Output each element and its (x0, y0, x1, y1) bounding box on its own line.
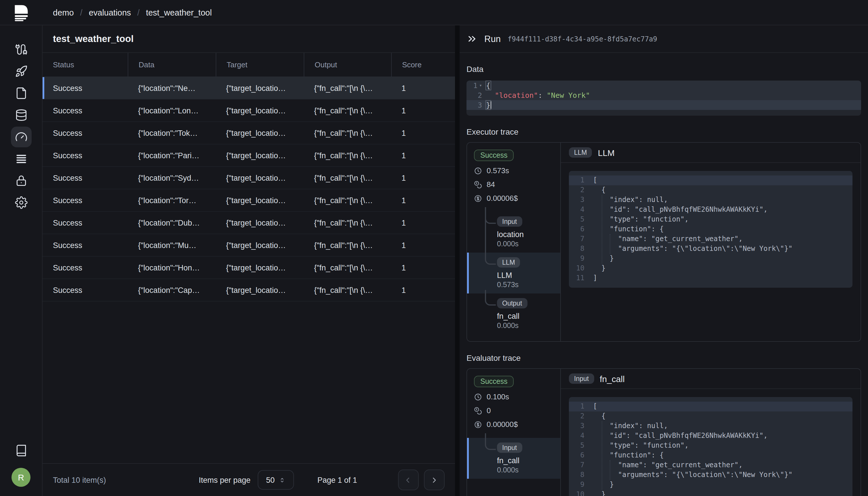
trace-node-list: Input fn_call 0.000s (467, 438, 560, 479)
code-line: 10 } (569, 264, 852, 273)
sidebar-item-evaluations[interactable] (11, 127, 31, 147)
json-value: "New York" (547, 91, 590, 99)
trace-node[interactable]: Input location 0.000s (467, 212, 560, 253)
code-line: 5 "type": "function", (569, 441, 852, 451)
table-row[interactable]: Success {"location":"Cap… {"target_locat… (43, 279, 455, 301)
cell-data: {"location":"Syd… (128, 173, 216, 182)
table-row[interactable]: Success {"location":"Mu… {"target_locati… (43, 234, 455, 257)
trace-node[interactable]: Output fn_call 0.000s (467, 293, 560, 334)
next-page-button[interactable] (424, 469, 445, 490)
trace-node-name: location (497, 230, 553, 239)
database-icon (15, 109, 27, 121)
run-panel-content: Data 1▾ { 2 "location": "New York" 3 } (460, 53, 868, 496)
sidebar-item-launch[interactable] (11, 61, 31, 82)
line-number: 2 (467, 91, 486, 99)
book-icon (15, 444, 27, 457)
detail-type-chip: LLM (569, 147, 592, 158)
line-number: 8 (569, 244, 588, 254)
line-number: 10 (569, 264, 588, 273)
line-number: 9 (569, 480, 588, 490)
code-line: 8 "arguments": "{\"location\":\"New York… (569, 244, 852, 254)
cell-status: Success (43, 173, 128, 182)
table-header: Status Data Target Output Score (43, 53, 455, 77)
gear-icon (15, 196, 27, 209)
panel-seam (455, 25, 460, 496)
app-logo[interactable] (0, 4, 43, 21)
table-row[interactable]: Success {"location":"Syd… {"target_locat… (43, 167, 455, 189)
page-size-select[interactable]: 50 (257, 470, 294, 490)
breadcrumb-section[interactable]: evaluations (89, 8, 131, 17)
sidebar-item-documents[interactable] (11, 83, 31, 104)
trace-node-time: 0.000s (497, 466, 553, 474)
cell-target: {"target_locatio… (216, 286, 304, 294)
cell-output: {"fn_call":"[\n {\… (304, 173, 391, 182)
line-number: 7 (569, 234, 588, 244)
cell-data: {"location":"Hon… (128, 263, 216, 272)
code-line: 7 "name": "get_current_weather", (569, 234, 852, 244)
app-root: demo / evaluations / test_weather_tool (0, 0, 868, 496)
sidebar-item-docs[interactable] (11, 440, 31, 461)
breadcrumb-current[interactable]: test_weather_tool (146, 8, 212, 17)
line-number: 1 (569, 175, 588, 185)
cell-status: Success (43, 129, 128, 137)
table-row[interactable]: Success {"location":"Lon… {"target_locat… (43, 99, 455, 122)
cost-value: 0.00006$ (487, 194, 518, 203)
executor-output-code[interactable]: 1[2 {3 "index": null,4 "id": "call_pNvBh… (569, 171, 852, 288)
sidebar: R (0, 25, 43, 496)
line-text: "name": "get_current_weather", (588, 234, 743, 244)
cell-status: Success (43, 84, 128, 92)
collapse-panel-button[interactable] (467, 33, 477, 44)
items-per-page: Items per page 50 (199, 470, 294, 490)
line-text: "id": "call_pNvBhfqfWE26NhwkAWAKkKYi", (588, 431, 768, 441)
trace-node[interactable]: Input fn_call 0.000s (467, 438, 560, 479)
table-row[interactable]: Success {"location":"Hon… {"target_locat… (43, 257, 455, 279)
evaluator-trace-box: Success 0.100s 0 0.00000$ Input fn_call … (467, 368, 861, 496)
line-number: 11 (569, 273, 588, 283)
chevron-up-down-icon (279, 476, 285, 484)
table-row[interactable]: Success {"location":"Ne… {"target_locati… (43, 77, 455, 99)
sidebar-item-security[interactable] (11, 170, 31, 191)
table-row[interactable]: Success {"location":"Pari… {"target_loca… (43, 144, 455, 167)
text-cursor (490, 101, 491, 109)
previous-page-button[interactable] (398, 469, 419, 490)
sidebar-item-datasets[interactable] (11, 105, 31, 125)
evaluator-trace-label: Evaluator trace (467, 353, 861, 362)
breadcrumb-project[interactable]: demo (53, 8, 74, 17)
cell-target: {"target_locatio… (216, 106, 304, 115)
sidebar-item-connections[interactable] (11, 39, 31, 60)
line-text: } (588, 490, 605, 496)
avatar[interactable]: R (12, 468, 31, 487)
code-line: 7 "name": "get_current_weather", (569, 460, 852, 470)
table-row[interactable]: Success {"location":"Tor… {"target_locat… (43, 189, 455, 212)
evaluation-panel: test_weather_tool Status Data Target Out… (43, 25, 455, 496)
evaluator-input-code[interactable]: 1[2 {3 "index": null,4 "id": "call_pNvBh… (569, 397, 852, 496)
gauge-icon (15, 130, 27, 143)
avatar-initial: R (18, 472, 24, 482)
trace-node[interactable]: LLM LLM 0.573s (467, 253, 560, 293)
cell-target: {"target_locatio… (216, 173, 304, 182)
executor-trace-detail: LLM LLM 1[2 {3 "index": null,4 "id": "ca… (561, 143, 861, 341)
cell-data: {"location":"Mu… (128, 241, 216, 249)
table-row[interactable]: Success {"location":"Tok… {"target_locat… (43, 122, 455, 144)
cell-output: {"fn_call":"[\n {\… (304, 106, 391, 115)
sidebar-item-settings[interactable] (11, 192, 31, 213)
breadcrumb-separator: / (80, 8, 82, 17)
code-line: 10 } (569, 490, 852, 496)
line-text: "function": { (588, 224, 664, 234)
line-text: "function": { (588, 451, 664, 460)
editor-line: 1▾ { (467, 80, 861, 90)
run-id: f944f111-d38f-4c34-a95e-8fd5a7ec77a9 (508, 35, 657, 43)
data-json-editor[interactable]: 1▾ { 2 "location": "New York" 3 } (467, 80, 861, 116)
pagination (398, 469, 445, 490)
coins-icon (474, 181, 482, 188)
cell-data: {"location":"Tok… (128, 129, 216, 137)
table-row[interactable]: Success {"location":"Dub… {"target_locat… (43, 212, 455, 234)
code-line: 2 { (569, 185, 852, 195)
duration-value: 0.100s (487, 392, 509, 401)
page-title: test_weather_tool (43, 25, 455, 53)
rocket-icon (15, 65, 27, 78)
trace-node-list: Input location 0.000s LLM LLM 0.573s Out… (467, 212, 560, 334)
sidebar-item-tables[interactable] (11, 149, 31, 169)
trace-node-time: 0.000s (497, 240, 553, 248)
fold-caret-icon[interactable]: ▾ (479, 83, 482, 88)
